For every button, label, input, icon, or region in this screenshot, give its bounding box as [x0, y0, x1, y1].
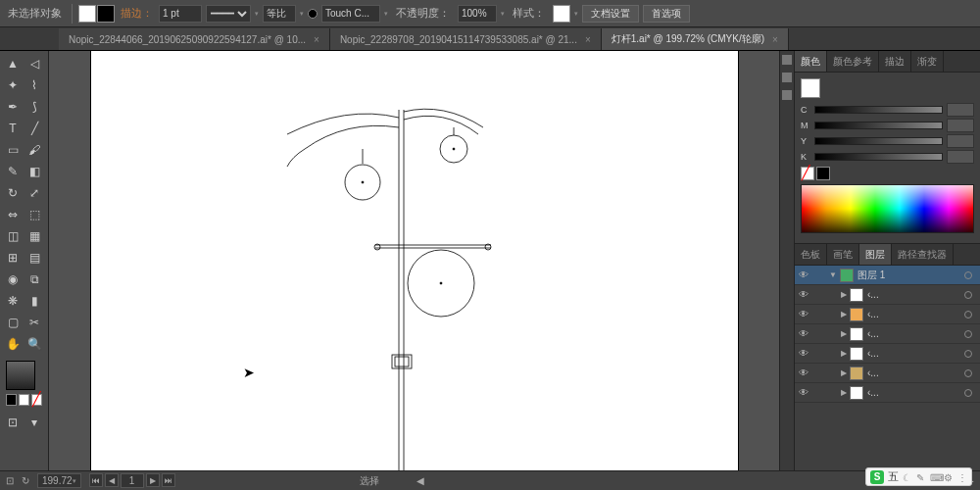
prev-artboard-button[interactable]: ◀	[105, 473, 119, 487]
visibility-icon[interactable]: 👁	[795, 348, 812, 359]
layer-row[interactable]: 👁▶‹...	[795, 364, 980, 383]
target-icon[interactable]	[964, 311, 972, 318]
fill-box[interactable]	[801, 78, 820, 98]
ime-indicator[interactable]: S 五 ☾ ✎ ⌨ ⚙ ⋮	[865, 467, 972, 486]
visibility-icon[interactable]: 👁	[795, 328, 812, 339]
collapsed-panel-icon[interactable]	[782, 90, 792, 100]
fill-color-box[interactable]	[6, 361, 35, 390]
k-value[interactable]	[947, 150, 974, 164]
target-icon[interactable]	[964, 389, 972, 397]
graphic-style-swatch[interactable]	[553, 5, 570, 23]
ime-moon-icon[interactable]: ☾	[903, 472, 912, 482]
disclosure-icon[interactable]: ▶	[841, 349, 847, 358]
none-swatch[interactable]: ╱	[801, 167, 814, 180]
m-value[interactable]	[947, 119, 974, 132]
next-artboard-button[interactable]: ▶	[146, 473, 160, 487]
dropdown-icon[interactable]: ▾	[384, 10, 388, 18]
visibility-icon[interactable]: 👁	[795, 270, 812, 280]
disclosure-icon[interactable]: ▶	[841, 368, 847, 377]
direct-selection-tool[interactable]: ◁	[24, 53, 45, 74]
document-tab-active[interactable]: 灯杆1.ai* @ 199.72% (CMYK/轮廓)×	[602, 28, 789, 50]
panel-tab-pathfinder[interactable]: 路径查找器	[892, 244, 954, 265]
close-icon[interactable]: ×	[314, 34, 319, 45]
eraser-tool[interactable]: ◧	[24, 161, 45, 182]
line-tool[interactable]: ╱	[24, 118, 45, 139]
y-value[interactable]	[947, 134, 974, 148]
width-tool[interactable]: ⇔	[2, 204, 24, 225]
disclosure-icon[interactable]: ▶	[841, 290, 847, 299]
selection-tool[interactable]: ▲	[2, 53, 24, 74]
pen-tool[interactable]: ✒	[2, 96, 24, 118]
first-artboard-button[interactable]: ⏮	[89, 473, 103, 487]
scroll-left-icon[interactable]: ◀	[416, 475, 424, 486]
panel-tab-layers[interactable]: 图层	[859, 244, 892, 265]
zoom-display[interactable]: 199.72▾	[37, 473, 81, 488]
layer-row[interactable]: 👁▶‹...	[795, 324, 980, 344]
layer-name[interactable]: 图层 1	[858, 269, 960, 282]
layer-name[interactable]: ‹...	[867, 387, 960, 398]
target-icon[interactable]	[964, 330, 972, 338]
gradient-mode-icon[interactable]	[19, 394, 29, 406]
close-icon[interactable]: ×	[585, 34, 591, 45]
layer-name[interactable]: ‹...	[867, 368, 960, 378]
layer-name[interactable]: ‹...	[867, 309, 960, 319]
pencil-tool[interactable]: ✎	[2, 161, 24, 182]
dropdown-icon[interactable]: ▾	[255, 10, 259, 18]
artboard-number[interactable]: 1	[121, 473, 144, 488]
panel-tab-gradient[interactable]: 渐变	[911, 51, 944, 72]
target-icon[interactable]	[964, 369, 972, 377]
target-icon[interactable]	[964, 271, 972, 279]
hand-tool[interactable]: ✋	[2, 333, 24, 355]
canvas-viewport[interactable]: ➤	[49, 51, 779, 470]
fill-stroke-mini[interactable]	[801, 78, 974, 98]
change-screen-icon[interactable]: ▾	[24, 412, 45, 433]
layer-row[interactable]: 👁▶‹...	[795, 305, 980, 324]
ime-gear-icon[interactable]: ⚙	[944, 472, 954, 482]
layer-row[interactable]: 👁▶‹...	[795, 383, 980, 403]
y-slider[interactable]	[814, 137, 943, 145]
fill-swatch[interactable]	[78, 5, 96, 23]
c-slider[interactable]	[814, 106, 943, 114]
m-slider[interactable]	[814, 122, 943, 129]
k-slider[interactable]	[814, 153, 943, 161]
disclosure-icon[interactable]: ▶	[841, 388, 847, 397]
c-value[interactable]	[947, 103, 974, 117]
panel-tab-stroke[interactable]: 描边	[879, 51, 911, 72]
dropdown-icon[interactable]: ▾	[574, 10, 578, 18]
artboard[interactable]: ➤	[91, 51, 738, 470]
layer-row[interactable]: 👁▶‹...	[795, 344, 980, 364]
blend-tool[interactable]: ⧉	[24, 269, 45, 290]
column-graph-tool[interactable]: ▮	[24, 290, 45, 312]
disclosure-icon[interactable]: ▶	[841, 310, 847, 318]
panel-tab-guide[interactable]: 颜色参考	[827, 51, 879, 72]
target-icon[interactable]	[964, 291, 972, 299]
document-setup-button[interactable]: 文档设置	[582, 5, 639, 23]
collapsed-panel-icon[interactable]	[782, 73, 792, 82]
rotate-tool[interactable]: ↻	[2, 182, 24, 204]
close-icon[interactable]: ×	[772, 34, 778, 45]
fill-stroke-swatches[interactable]	[78, 5, 115, 23]
lasso-tool[interactable]: ⌇	[24, 74, 45, 96]
brush-name-input[interactable]	[321, 5, 380, 23]
document-tab[interactable]: Nopic_22844066_20190625090922594127.ai* …	[59, 28, 330, 50]
status-icon[interactable]: ⊡	[6, 475, 14, 486]
status-icon[interactable]: ↻	[22, 475, 29, 486]
rectangle-tool[interactable]: ▭	[2, 139, 24, 161]
stroke-profile-select[interactable]: ━━━━	[206, 5, 251, 23]
panel-tab-swatches[interactable]: 色板	[795, 244, 827, 265]
color-mode-icon[interactable]	[6, 394, 17, 406]
ime-menu-icon[interactable]: ⋮	[957, 472, 967, 482]
layer-name[interactable]: ‹...	[867, 289, 960, 300]
disclosure-icon[interactable]: ▶	[841, 329, 847, 338]
dropdown-icon[interactable]: ▾	[300, 10, 304, 18]
artboard-tool[interactable]: ▢	[2, 312, 24, 333]
dropdown-icon[interactable]: ▾	[501, 10, 505, 18]
stroke-weight-input[interactable]	[159, 5, 202, 23]
stroke-swatch[interactable]	[97, 5, 115, 23]
last-artboard-button[interactable]: ⏭	[162, 473, 175, 487]
document-tab[interactable]: Nopic_22289708_20190415114739533085.ai* …	[330, 28, 602, 50]
color-spectrum[interactable]	[801, 184, 974, 233]
symbol-sprayer-tool[interactable]: ❋	[2, 290, 24, 312]
curvature-tool[interactable]: ⟆	[24, 96, 45, 118]
visibility-icon[interactable]: 👁	[795, 309, 812, 319]
